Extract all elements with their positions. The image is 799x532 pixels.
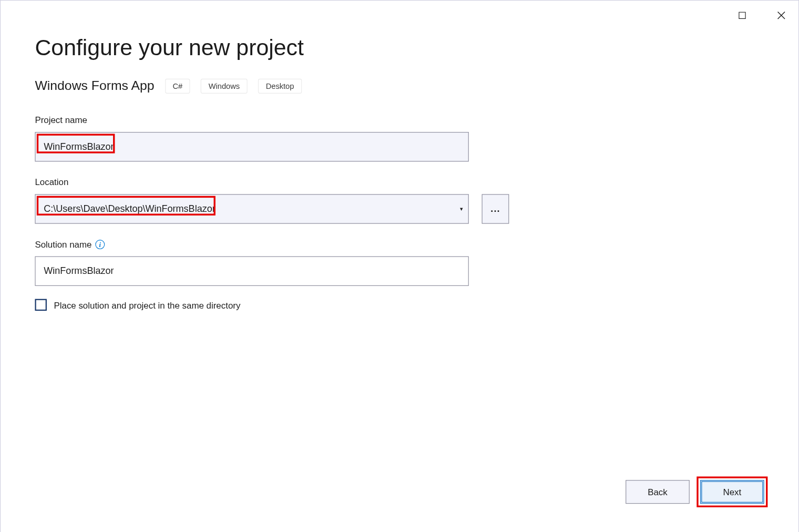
tag-type: Desktop (258, 78, 302, 93)
maximize-button[interactable] (732, 6, 752, 24)
tag-platform: Windows (201, 78, 248, 93)
footer-buttons: Back Next (626, 480, 764, 504)
template-row: Windows Forms App C# Windows Desktop (35, 78, 764, 94)
browse-button[interactable]: ... (482, 194, 509, 223)
same-directory-checkbox[interactable] (35, 299, 47, 311)
same-directory-label: Place solution and project in the same d… (54, 300, 240, 310)
location-label: Location (35, 177, 764, 187)
solution-name-group: Solution name i (35, 239, 764, 286)
tag-language: C# (165, 78, 190, 93)
info-icon[interactable]: i (95, 239, 105, 249)
solution-name-label-row: Solution name i (35, 239, 764, 249)
dialog-window: Configure your new project Windows Forms… (0, 0, 799, 532)
solution-name-label: Solution name (35, 239, 91, 249)
close-button[interactable] (771, 6, 791, 24)
template-name: Windows Forms App (35, 78, 154, 94)
location-input[interactable] (35, 194, 468, 223)
svg-rect-0 (739, 12, 745, 18)
content-area: Configure your new project Windows Forms… (1, 1, 798, 311)
page-title: Configure your new project (35, 35, 764, 60)
same-directory-row: Place solution and project in the same d… (35, 299, 764, 311)
location-group: Location ▾ ... (35, 177, 764, 224)
project-name-label: Project name (35, 115, 764, 125)
next-button[interactable]: Next (700, 480, 764, 504)
project-name-input[interactable] (35, 132, 468, 161)
project-name-group: Project name (35, 115, 764, 161)
back-button[interactable]: Back (626, 480, 690, 504)
solution-name-input[interactable] (35, 257, 468, 286)
titlebar-controls (732, 6, 792, 24)
